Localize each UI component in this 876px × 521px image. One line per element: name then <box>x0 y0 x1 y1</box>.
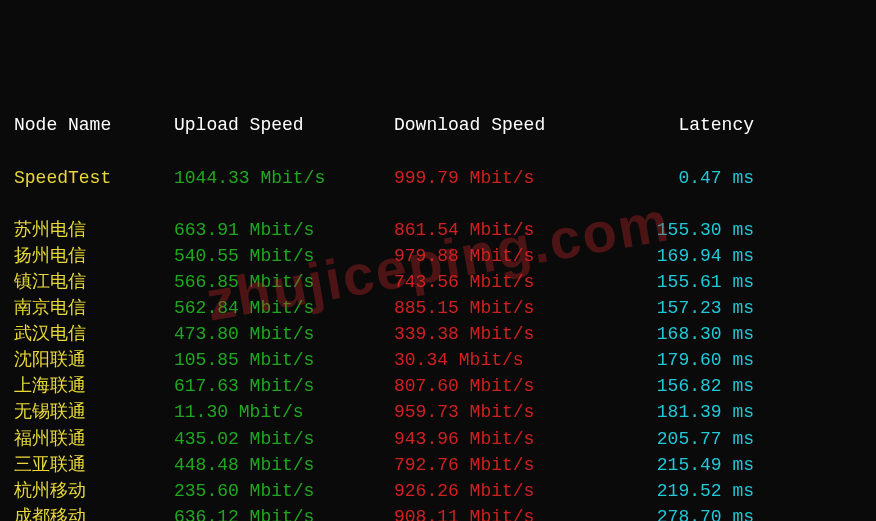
header-download: Download Speed <box>394 112 614 138</box>
upload-value: 435.02 Mbit/s <box>174 426 394 452</box>
upload-value: 105.85 Mbit/s <box>174 347 394 373</box>
node-name: 沈阳联通 <box>14 347 174 373</box>
latency-value: 168.30 ms <box>614 321 754 347</box>
latency-value: 155.30 ms <box>614 217 754 243</box>
node-name: SpeedTest <box>14 165 174 191</box>
upload-value: 663.91 Mbit/s <box>174 217 394 243</box>
download-value: 999.79 Mbit/s <box>394 165 614 191</box>
node-name: 苏州电信 <box>14 217 174 243</box>
download-value: 885.15 Mbit/s <box>394 295 614 321</box>
node-name: 镇江电信 <box>14 269 174 295</box>
rows-container: 苏州电信663.91 Mbit/s861.54 Mbit/s155.30 ms扬… <box>14 217 862 521</box>
table-row: 镇江电信566.85 Mbit/s743.56 Mbit/s155.61 ms <box>14 269 862 295</box>
node-name: 成都移动 <box>14 504 174 521</box>
table-row: 无锡联通11.30 Mbit/s959.73 Mbit/s181.39 ms <box>14 399 862 425</box>
download-value: 959.73 Mbit/s <box>394 399 614 425</box>
upload-value: 1044.33 Mbit/s <box>174 165 394 191</box>
table-row: 杭州移动235.60 Mbit/s926.26 Mbit/s219.52 ms <box>14 478 862 504</box>
table-row: 三亚联通448.48 Mbit/s792.76 Mbit/s215.49 ms <box>14 452 862 478</box>
latency-value: 215.49 ms <box>614 452 754 478</box>
latency-value: 157.23 ms <box>614 295 754 321</box>
download-value: 807.60 Mbit/s <box>394 373 614 399</box>
latency-value: 205.77 ms <box>614 426 754 452</box>
table-row: 沈阳联通105.85 Mbit/s30.34 Mbit/s179.60 ms <box>14 347 862 373</box>
node-name: 三亚联通 <box>14 452 174 478</box>
latency-value: 156.82 ms <box>614 373 754 399</box>
upload-value: 235.60 Mbit/s <box>174 478 394 504</box>
upload-value: 448.48 Mbit/s <box>174 452 394 478</box>
download-value: 926.26 Mbit/s <box>394 478 614 504</box>
latency-value: 169.94 ms <box>614 243 754 269</box>
table-row: 成都移动636.12 Mbit/s908.11 Mbit/s278.70 ms <box>14 504 862 521</box>
node-name: 扬州电信 <box>14 243 174 269</box>
speedtest-row: SpeedTest 1044.33 Mbit/s 999.79 Mbit/s 0… <box>14 165 862 191</box>
latency-value: 219.52 ms <box>614 478 754 504</box>
download-value: 943.96 Mbit/s <box>394 426 614 452</box>
download-value: 339.38 Mbit/s <box>394 321 614 347</box>
latency-value: 0.47 ms <box>614 165 754 191</box>
download-value: 30.34 Mbit/s <box>394 347 614 373</box>
upload-value: 636.12 Mbit/s <box>174 504 394 521</box>
upload-value: 473.80 Mbit/s <box>174 321 394 347</box>
download-value: 979.88 Mbit/s <box>394 243 614 269</box>
table-row: 上海联通617.63 Mbit/s807.60 Mbit/s156.82 ms <box>14 373 862 399</box>
upload-value: 540.55 Mbit/s <box>174 243 394 269</box>
header-latency: Latency <box>614 112 754 138</box>
download-value: 861.54 Mbit/s <box>394 217 614 243</box>
node-name: 无锡联通 <box>14 399 174 425</box>
download-value: 908.11 Mbit/s <box>394 504 614 521</box>
upload-value: 566.85 Mbit/s <box>174 269 394 295</box>
upload-value: 562.84 Mbit/s <box>174 295 394 321</box>
table-row: 苏州电信663.91 Mbit/s861.54 Mbit/s155.30 ms <box>14 217 862 243</box>
header-node: Node Name <box>14 112 174 138</box>
download-value: 743.56 Mbit/s <box>394 269 614 295</box>
node-name: 杭州移动 <box>14 478 174 504</box>
header-upload: Upload Speed <box>174 112 394 138</box>
upload-value: 11.30 Mbit/s <box>174 399 394 425</box>
latency-value: 179.60 ms <box>614 347 754 373</box>
header-row: Node Name Upload Speed Download Speed La… <box>14 112 862 138</box>
table-row: 福州联通435.02 Mbit/s943.96 Mbit/s205.77 ms <box>14 426 862 452</box>
upload-value: 617.63 Mbit/s <box>174 373 394 399</box>
node-name: 上海联通 <box>14 373 174 399</box>
table-row: 扬州电信540.55 Mbit/s979.88 Mbit/s169.94 ms <box>14 243 862 269</box>
node-name: 南京电信 <box>14 295 174 321</box>
node-name: 武汉电信 <box>14 321 174 347</box>
latency-value: 278.70 ms <box>614 504 754 521</box>
latency-value: 181.39 ms <box>614 399 754 425</box>
latency-value: 155.61 ms <box>614 269 754 295</box>
table-row: 武汉电信473.80 Mbit/s339.38 Mbit/s168.30 ms <box>14 321 862 347</box>
node-name: 福州联通 <box>14 426 174 452</box>
download-value: 792.76 Mbit/s <box>394 452 614 478</box>
table-row: 南京电信562.84 Mbit/s885.15 Mbit/s157.23 ms <box>14 295 862 321</box>
